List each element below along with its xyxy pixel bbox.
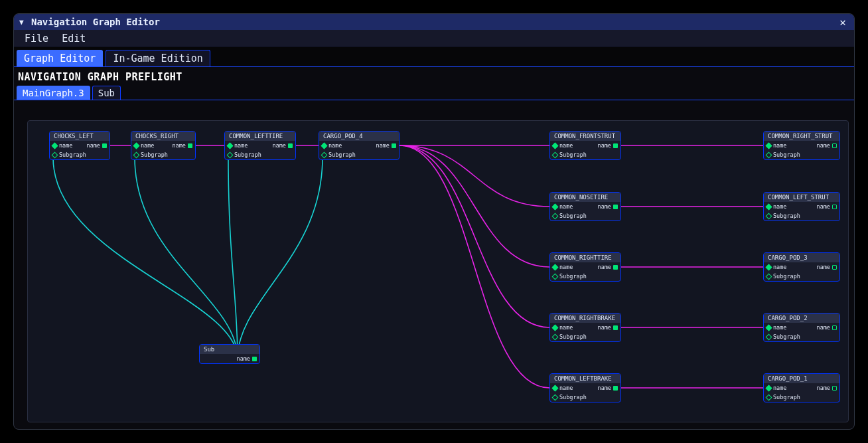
node-header[interactable]: CHOCKS_LEFT	[50, 132, 109, 141]
port-name-out[interactable]	[832, 265, 837, 270]
node-common_righttire[interactable]: COMMON_RIGHTTIREnamenameSubgraph	[549, 252, 621, 282]
port-name-in[interactable]	[766, 203, 772, 210]
port-name-out-label: name	[598, 385, 611, 391]
port-subgraph[interactable]	[321, 151, 328, 158]
tab-in-game-edition[interactable]: In-Game Edition	[106, 50, 210, 66]
node-header[interactable]: CARGO_POD_3	[764, 253, 839, 262]
node-common_left_strut[interactable]: COMMON_LEFT_STRUTnamenameSubgraph	[763, 192, 840, 221]
port-name-out[interactable]	[288, 143, 293, 148]
port-subgraph-label: Subgraph	[141, 151, 168, 158]
node-header[interactable]: COMMON_NOSETIRE	[550, 193, 620, 202]
port-subgraph-label: Subgraph	[773, 333, 800, 340]
port-name-in[interactable]	[552, 324, 559, 331]
port-name-in-label: name	[559, 264, 573, 270]
port-name-out[interactable]	[252, 357, 257, 361]
port-subgraph-label: Subgraph	[773, 394, 800, 400]
port-name-out[interactable]	[832, 325, 837, 330]
menu-file[interactable]: File	[18, 31, 55, 46]
port-name-out-label: name	[817, 142, 830, 149]
port-subgraph[interactable]	[52, 151, 58, 158]
node-common_leftbrake[interactable]: COMMON_LEFTBRAKEnamenameSubgraph	[549, 373, 621, 402]
port-name-out[interactable]	[102, 143, 107, 148]
port-name-in[interactable]	[766, 142, 772, 149]
port-name-in[interactable]	[552, 142, 559, 149]
node-chocks_left[interactable]: CHOCKS_LEFTnamenameSubgraph	[49, 131, 110, 160]
tab-graph-editor[interactable]: Graph Editor	[17, 50, 103, 66]
port-subgraph[interactable]	[766, 333, 772, 340]
node-header[interactable]: COMMON_RIGHT_STRUT	[764, 132, 839, 141]
node-header[interactable]: COMMON_LEFTBRAKE	[550, 374, 620, 383]
collapse-icon[interactable]: ▼	[19, 18, 27, 27]
port-name-in[interactable]	[766, 385, 772, 391]
breadcrumb-sub[interactable]: Sub	[92, 86, 121, 100]
node-common_lefttire[interactable]: COMMON_LEFTTIREnamenameSubgraph	[224, 131, 296, 160]
port-name-out-label: name	[598, 324, 611, 331]
node-header[interactable]: CHOCKS_RIGHT	[131, 132, 195, 141]
port-name-in[interactable]	[133, 142, 140, 149]
menu-edit[interactable]: Edit	[55, 31, 92, 46]
node-sub[interactable]: Subname	[199, 344, 260, 364]
port-subgraph[interactable]	[552, 394, 559, 400]
port-name-in[interactable]	[552, 264, 559, 270]
node-header[interactable]: COMMON_RIGHTBRAKE	[550, 313, 620, 323]
node-header[interactable]: CARGO_POD_2	[764, 313, 839, 323]
port-name-out[interactable]	[392, 143, 396, 148]
node-header[interactable]: COMMON_LEFTTIRE	[225, 132, 295, 141]
node-header[interactable]: COMMON_LEFT_STRUT	[764, 193, 839, 202]
node-header[interactable]: Sub	[200, 345, 259, 354]
node-chocks_right[interactable]: CHOCKS_RIGHTnamenameSubgraph	[131, 131, 196, 160]
port-name-in[interactable]	[552, 385, 559, 391]
port-subgraph[interactable]	[766, 213, 772, 219]
node-common_nosetire[interactable]: COMMON_NOSETIREnamenameSubgraph	[549, 192, 621, 221]
port-name-in[interactable]	[227, 142, 234, 149]
port-name-out[interactable]	[613, 325, 618, 330]
port-name-in[interactable]	[552, 203, 559, 210]
close-icon[interactable]: ✕	[837, 16, 849, 29]
node-header[interactable]: COMMON_RIGHTTIRE	[550, 253, 620, 262]
port-subgraph[interactable]	[227, 151, 234, 158]
node-common_frontstrut[interactable]: COMMON_FRONTSTRUTnamenameSubgraph	[549, 131, 621, 160]
port-name-in[interactable]	[766, 324, 772, 331]
port-name-out[interactable]	[613, 205, 618, 209]
port-name-in-label: name	[559, 324, 573, 331]
node-cargo_pod_2[interactable]: CARGO_POD_2namenameSubgraph	[763, 313, 840, 342]
port-subgraph[interactable]	[552, 151, 559, 158]
port-name-out-label: name	[817, 203, 830, 210]
node-cargo_pod_4[interactable]: CARGO_POD_4namenameSubgraph	[319, 131, 399, 160]
port-name-out[interactable]	[832, 386, 837, 391]
port-name-out[interactable]	[613, 265, 618, 270]
port-name-out[interactable]	[188, 143, 192, 148]
node-header[interactable]: COMMON_FRONTSTRUT	[550, 132, 620, 141]
port-subgraph[interactable]	[552, 273, 559, 280]
port-name-out-label: name	[598, 142, 611, 149]
port-name-in[interactable]	[321, 142, 328, 149]
breadcrumb-main[interactable]: MainGraph.3	[17, 86, 90, 100]
port-name-out-label: name	[817, 264, 830, 270]
port-subgraph[interactable]	[766, 273, 772, 280]
node-common_right_strut[interactable]: COMMON_RIGHT_STRUTnamenameSubgraph	[763, 131, 840, 160]
port-name-out-label: name	[376, 142, 390, 149]
port-subgraph[interactable]	[766, 394, 772, 400]
port-subgraph[interactable]	[133, 151, 140, 158]
node-common_rightbrake[interactable]: COMMON_RIGHTBRAKEnamenameSubgraph	[549, 313, 621, 342]
node-cargo_pod_3[interactable]: CARGO_POD_3namenameSubgraph	[763, 252, 840, 282]
node-header[interactable]: CARGO_POD_1	[764, 374, 839, 383]
graph-canvas[interactable]: CHOCKS_LEFTnamenameSubgraphCHOCKS_RIGHTn…	[27, 120, 849, 422]
port-subgraph[interactable]	[552, 333, 559, 340]
node-header[interactable]: CARGO_POD_4	[319, 132, 399, 141]
port-name-out-label: name	[817, 385, 830, 391]
port-name-out[interactable]	[613, 386, 618, 391]
port-name-out[interactable]	[832, 205, 837, 209]
port-name-out[interactable]	[613, 143, 618, 148]
port-name-in-label: name	[234, 142, 248, 149]
port-name-in[interactable]	[766, 264, 772, 270]
port-name-in-label: name	[773, 324, 786, 331]
port-name-out[interactable]	[832, 143, 837, 148]
node-cargo_pod_1[interactable]: CARGO_POD_1namenameSubgraph	[763, 373, 840, 402]
port-subgraph[interactable]	[766, 151, 772, 158]
titlebar[interactable]: ▼ Navigation Graph Editor ✕	[14, 14, 854, 30]
port-name-in[interactable]	[52, 142, 58, 149]
port-subgraph-label: Subgraph	[773, 213, 800, 219]
port-subgraph-label: Subgraph	[59, 151, 86, 158]
port-subgraph[interactable]	[552, 213, 559, 219]
